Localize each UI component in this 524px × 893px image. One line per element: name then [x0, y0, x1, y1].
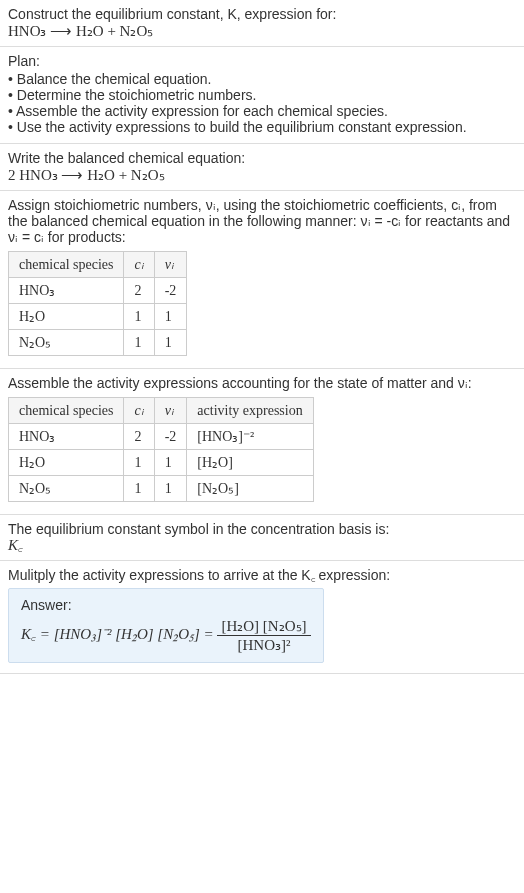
cell-v: -2: [154, 424, 187, 450]
header-section: Construct the equilibrium constant, K, e…: [0, 0, 524, 47]
table-row: H₂O 1 1 [H₂O]: [9, 450, 314, 476]
activity-intro: Assemble the activity expressions accoun…: [8, 375, 516, 391]
activity-section: Assemble the activity expressions accoun…: [0, 369, 524, 515]
col-v: νᵢ: [154, 252, 187, 278]
answer-numerator: [H₂O] [N₂O₅]: [217, 617, 310, 636]
cell-c: 1: [124, 450, 154, 476]
cell-v: 1: [154, 476, 187, 502]
cell-species: H₂O: [9, 450, 124, 476]
cell-species: N₂O₅: [9, 330, 124, 356]
cell-species: HNO₃: [9, 424, 124, 450]
table-header-row: chemical species cᵢ νᵢ: [9, 252, 187, 278]
unbalanced-equation: HNO₃ ⟶ H₂O + N₂O₅: [8, 22, 516, 40]
cell-c: 2: [124, 424, 154, 450]
balanced-intro: Write the balanced chemical equation:: [8, 150, 516, 166]
cell-c: 1: [124, 304, 154, 330]
v-header: νᵢ: [165, 403, 174, 418]
table-row: N₂O₅ 1 1: [9, 330, 187, 356]
table-row: HNO₃ 2 -2 [HNO₃]⁻²: [9, 424, 314, 450]
prompt-text: Construct the equilibrium constant, K, e…: [8, 6, 516, 22]
col-c: cᵢ: [124, 398, 154, 424]
plan-title: Plan:: [8, 53, 516, 69]
cell-species: HNO₃: [9, 278, 124, 304]
table-row: H₂O 1 1: [9, 304, 187, 330]
plan-item: Use the activity expressions to build th…: [8, 119, 516, 135]
cell-c: 1: [124, 330, 154, 356]
col-species: chemical species: [9, 252, 124, 278]
c-header: cᵢ: [134, 403, 143, 418]
answer-fraction: [H₂O] [N₂O₅] [HNO₃]²: [217, 617, 310, 654]
cell-c: 2: [124, 278, 154, 304]
cell-v: 1: [154, 450, 187, 476]
prompt: Construct the equilibrium constant, K, e…: [8, 6, 336, 22]
symbol-section: The equilibrium constant symbol in the c…: [0, 515, 524, 561]
plan-item: Assemble the activity expression for eac…: [8, 103, 516, 119]
col-expr: activity expression: [187, 398, 313, 424]
table-header-row: chemical species cᵢ νᵢ activity expressi…: [9, 398, 314, 424]
activity-table: chemical species cᵢ νᵢ activity expressi…: [8, 397, 314, 502]
cell-c: 1: [124, 476, 154, 502]
plan-section: Plan: Balance the chemical equation. Det…: [0, 47, 524, 144]
cell-species: H₂O: [9, 304, 124, 330]
answer-denominator: [HNO₃]²: [217, 636, 310, 654]
symbol-intro: The equilibrium constant symbol in the c…: [8, 521, 516, 537]
multiply-section: Mulitply the activity expressions to arr…: [0, 561, 524, 674]
balanced-equation: 2 HNO₃ ⟶ H₂O + N₂O₅: [8, 166, 516, 184]
table-row: HNO₃ 2 -2: [9, 278, 187, 304]
answer-label: Answer:: [21, 597, 311, 613]
balanced-section: Write the balanced chemical equation: 2 …: [0, 144, 524, 191]
cell-v: 1: [154, 330, 187, 356]
plan-item: Balance the chemical equation.: [8, 71, 516, 87]
answer-lhs: K꜀ = [HNO₃]⁻² [H₂O] [N₂O₅] =: [21, 626, 217, 642]
multiply-intro: Mulitply the activity expressions to arr…: [8, 567, 516, 584]
stoich-intro: Assign stoichiometric numbers, νᵢ, using…: [8, 197, 516, 245]
plan-item: Determine the stoichiometric numbers.: [8, 87, 516, 103]
stoich-table: chemical species cᵢ νᵢ HNO₃ 2 -2 H₂O 1 1…: [8, 251, 187, 356]
cell-species: N₂O₅: [9, 476, 124, 502]
symbol-value: K꜀: [8, 537, 516, 554]
col-species: chemical species: [9, 398, 124, 424]
c-header: cᵢ: [134, 257, 143, 272]
col-v: νᵢ: [154, 398, 187, 424]
col-c: cᵢ: [124, 252, 154, 278]
cell-v: -2: [154, 278, 187, 304]
cell-expr: [HNO₃]⁻²: [187, 424, 313, 450]
cell-v: 1: [154, 304, 187, 330]
answer-box: Answer: K꜀ = [HNO₃]⁻² [H₂O] [N₂O₅] = [H₂…: [8, 588, 324, 663]
cell-expr: [N₂O₅]: [187, 476, 313, 502]
stoich-section: Assign stoichiometric numbers, νᵢ, using…: [0, 191, 524, 369]
plan-list: Balance the chemical equation. Determine…: [8, 71, 516, 135]
table-row: N₂O₅ 1 1 [N₂O₅]: [9, 476, 314, 502]
cell-expr: [H₂O]: [187, 450, 313, 476]
v-header: νᵢ: [165, 257, 174, 272]
answer-expression: K꜀ = [HNO₃]⁻² [H₂O] [N₂O₅] = [H₂O] [N₂O₅…: [21, 617, 311, 654]
